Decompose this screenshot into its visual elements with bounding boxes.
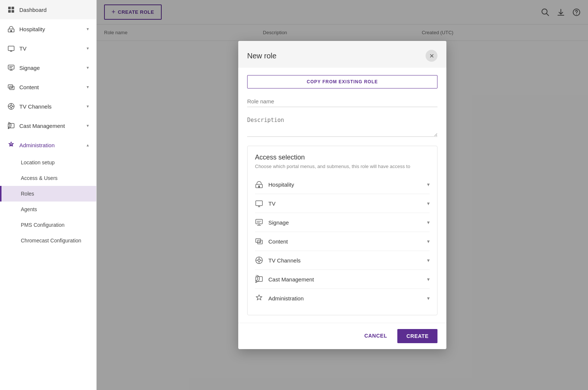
tv-icon [255,199,268,207]
svg-rect-33 [258,186,260,188]
svg-rect-37 [256,219,262,224]
access-item-signage[interactable]: Signage ▾ [255,213,430,232]
sidebar-sub-item-access-users[interactable]: Access & Users [0,170,96,186]
access-item-cast-management[interactable]: Cast Management ▾ [255,270,430,289]
copy-from-existing-button[interactable]: COPY FROM EXISTING ROLE [247,75,437,88]
cast-icon [255,275,268,283]
svg-rect-1 [12,7,14,9]
sidebar-item-administration[interactable]: Administration ▴ [0,135,96,155]
description-field-group [247,115,437,138]
sidebar-sub-item-agents[interactable]: Agents [0,202,96,217]
chevron-down-icon: ▾ [427,238,430,244]
access-selection-subtitle: Choose which portal menus, and submenus,… [255,164,430,169]
hospitality-icon [7,25,15,33]
cancel-button[interactable]: CANCEL [358,329,393,343]
sidebar-sub-item-chromecast[interactable]: Chromecast Configuration [0,233,96,248]
access-item-content[interactable]: Content ▾ [255,232,430,251]
access-item-label: Cast Management [268,276,427,283]
sidebar-item-tv-channels[interactable]: TV Channels ▾ [0,97,96,116]
new-role-modal: New role ✕ COPY FROM EXISTING ROLE [238,41,446,349]
tv-icon [7,45,15,52]
chevron-down-icon: ▾ [87,65,89,70]
content-icon [255,237,268,245]
svg-rect-9 [8,65,14,69]
chevron-down-icon: ▾ [87,104,89,109]
chevron-down-icon: ▾ [87,84,89,90]
svg-rect-43 [258,240,262,244]
main-content: + CREATE ROLE [97,0,588,390]
chevron-down-icon: ▾ [87,123,89,128]
chevron-up-icon: ▴ [87,142,89,148]
sidebar-sub-label: Access & Users [21,175,58,181]
access-item-label: TV Channels [268,257,427,264]
chevron-down-icon: ▾ [427,295,430,301]
sidebar-sub-item-location-setup[interactable]: Location setup [0,155,96,170]
modal-close-button[interactable]: ✕ [426,50,437,62]
signage-icon [255,218,268,226]
modal-body: COPY FROM EXISTING ROLE Access selection… [238,68,446,323]
access-item-hospitality[interactable]: Hospitality ▾ [255,175,430,194]
sidebar-item-cast-management[interactable]: Cast Management ▾ [0,116,96,135]
sidebar-sub-label: Roles [21,191,34,197]
svg-rect-3 [12,10,14,13]
svg-point-25 [8,128,9,129]
access-item-tv[interactable]: TV ▾ [255,194,430,213]
access-item-label: Signage [268,219,427,226]
modal-overlay: New role ✕ COPY FROM EXISTING ROLE [97,0,588,390]
tv-channels-icon [7,103,15,110]
sidebar-item-signage[interactable]: Signage ▾ [0,58,96,77]
access-selection-title: Access selection [255,154,430,161]
tv-channels-icon [255,256,268,264]
modal-header: New role ✕ [238,41,446,68]
create-button[interactable]: CREATE [397,329,437,343]
description-input[interactable] [247,115,437,137]
chevron-down-icon: ▾ [427,200,430,206]
svg-rect-2 [8,10,11,13]
svg-point-47 [258,259,260,261]
svg-rect-6 [8,46,14,51]
chevron-down-icon: ▾ [427,276,430,282]
signage-icon [7,64,15,71]
sidebar-sub-label: Chromecast Configuration [21,238,81,244]
chevron-down-icon: ▾ [427,219,430,225]
sidebar-item-label: Dashboard [19,7,89,13]
sidebar-item-label: TV [19,45,82,52]
modal-title: New role [247,52,277,60]
sidebar-item-label: Hospitality [19,26,82,32]
sidebar-sub-label: Location setup [21,159,55,165]
access-item-administration[interactable]: Administration ▾ [255,289,430,307]
svg-rect-34 [256,201,262,206]
svg-rect-0 [8,7,11,9]
admin-icon [7,141,15,149]
sidebar-sub-label: PMS Configuration [21,222,65,228]
cast-icon [7,122,15,129]
sidebar-item-hospitality[interactable]: Hospitality ▾ [0,19,96,39]
sidebar-sub-label: Agents [21,206,37,212]
access-item-label: Content [268,238,427,245]
modal-footer: CANCEL CREATE [238,323,446,349]
admin-icon [255,294,268,302]
access-item-label: Administration [268,295,427,302]
hospitality-icon [255,180,268,188]
role-name-input[interactable] [247,96,437,107]
sidebar-item-tv[interactable]: TV ▾ [0,39,96,58]
grid-icon [7,6,15,13]
sidebar-item-label: Cast Management [19,123,82,129]
svg-point-19 [10,105,12,107]
sidebar-item-label: Signage [19,65,82,71]
sidebar-sub-item-pms[interactable]: PMS Configuration [0,217,96,233]
access-item-label: Hospitality [268,181,427,188]
role-name-field-group [247,96,437,107]
access-item-label: TV [268,200,427,207]
chevron-down-icon: ▾ [87,46,89,51]
access-selection-section: Access selection Choose which portal men… [247,146,437,315]
sidebar: Dashboard Hospitality ▾ TV ▾ [0,0,97,390]
sidebar-item-dashboard[interactable]: Dashboard [0,0,96,19]
sidebar-item-label: TV Channels [19,103,82,110]
sidebar-sub-item-roles[interactable]: Roles [0,186,96,202]
access-item-tv-channels[interactable]: TV Channels ▾ [255,251,430,270]
chevron-down-icon: ▾ [87,26,89,32]
sidebar-item-label: Content [19,84,82,90]
sidebar-item-content[interactable]: Content ▾ [0,77,96,97]
svg-point-53 [255,282,256,283]
